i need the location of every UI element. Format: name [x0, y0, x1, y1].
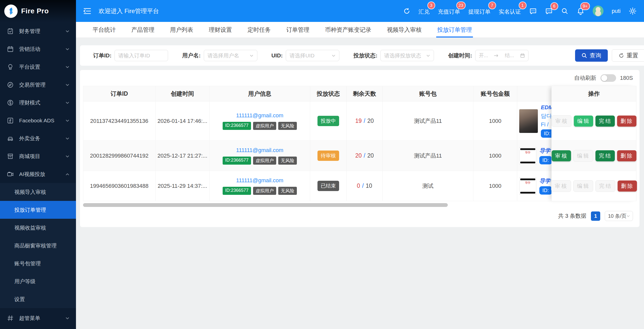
sidebar: Fire Pro 财务管理 营销活动 平台设置 交易所管理 理财模式 — [0, 0, 76, 329]
comment-icon[interactable] — [529, 7, 537, 15]
finish-button[interactable]: 完结 — [595, 150, 615, 161]
refresh-icon[interactable] — [403, 8, 410, 15]
amount-cell: 1000 — [473, 171, 517, 201]
virtual-user-tag: 虚拟用户 — [253, 157, 276, 165]
sidebar-item-marketing[interactable]: 营销活动 — [0, 40, 76, 58]
user-email-link[interactable]: 111111@gmail.com — [236, 147, 284, 154]
audit-button[interactable]: 审核 — [551, 180, 571, 192]
username-label: 用户名: — [182, 52, 200, 59]
amount-cell: 1000 — [473, 101, 517, 141]
audit-button[interactable]: 审核 — [552, 115, 572, 127]
filter-bar: 订单ID: 用户名: 请选择用户名 UID: 请选择UID — [80, 45, 644, 66]
exchange-badge: 3 — [428, 2, 435, 9]
auto-refresh-label: 自动刷新 — [574, 74, 596, 82]
sidebar-item-wealth[interactable]: 理财模式 — [0, 94, 76, 112]
tab-wealth-settings[interactable]: 理财设置 — [209, 22, 232, 38]
sidebar-item-mall[interactable]: 商城项目 — [0, 147, 76, 165]
uid-select[interactable]: 请选择UID — [286, 50, 339, 61]
gear-icon[interactable] — [629, 7, 636, 15]
video-id-pill: ID: — [539, 156, 552, 164]
order-id-input[interactable] — [118, 53, 164, 59]
logo-row: Fire Pro — [0, 0, 76, 22]
sidebar-item-account-package[interactable]: 账号包管理 — [0, 254, 76, 272]
kyc-link[interactable]: 实名认证 1 — [499, 7, 521, 16]
collapse-sidebar-icon[interactable] — [83, 7, 92, 15]
chevron-down-icon — [65, 65, 69, 69]
sidebar-item-settings[interactable]: 设置 — [0, 290, 76, 308]
orders-table: 订单ID 创建时间 用户信息 投放状态 剩余天数 账号包 账号包金额 20113… — [83, 86, 636, 201]
sidebar-item-video-import-review[interactable]: 视频导入审核 — [0, 183, 76, 201]
pagination: 共 3 条数据 1 10 条/页 — [83, 207, 636, 225]
user-email-link[interactable]: 111111@gmail.com — [236, 112, 284, 119]
tab-user-list[interactable]: 用户列表 — [170, 22, 193, 38]
search-icon[interactable] — [561, 7, 569, 15]
finish-button[interactable]: 完结 — [595, 116, 615, 127]
exchange-link[interactable]: 汇兑 3 — [419, 7, 430, 16]
video-thumbnail[interactable] — [519, 109, 538, 133]
delete-button[interactable]: 删除 — [618, 180, 637, 192]
deposit-orders-badge: 23 — [457, 2, 465, 9]
app-window: Fire Pro 财务管理 营销活动 平台设置 交易所管理 理财模式 — [0, 0, 644, 329]
video-title[interactable]: 导学 — [539, 177, 550, 185]
package-cell: 测试产品11 — [383, 101, 473, 141]
sidebar-item-showcase-review[interactable]: 商品橱窗审核管理 — [0, 237, 76, 254]
reset-button[interactable]: 重置 — [612, 49, 644, 62]
page-number-button[interactable]: 1 — [591, 211, 600, 221]
sidebar-item-finance[interactable]: 财务管理 — [0, 22, 76, 40]
remaining-days-cell: 19 / 20 — [347, 101, 383, 141]
actions-header: 操作 — [552, 86, 636, 101]
delete-button[interactable]: 删除 — [617, 116, 636, 127]
username-select[interactable]: 请选择用户名 — [204, 50, 257, 61]
sidebar-item-delivery[interactable]: 外卖业务 — [0, 129, 76, 147]
sidebar-item-ad-order-management[interactable]: 投放订单管理 — [0, 201, 76, 219]
deposit-orders-link[interactable]: 充值订单 23 — [438, 7, 460, 16]
chevron-down-icon — [65, 101, 69, 105]
withdraw-orders-link[interactable]: 提现订单 7 — [468, 7, 491, 16]
tab-ad-order-management[interactable]: 投放订单管理 — [437, 22, 472, 38]
sidebar-item-ai-video[interactable]: AI视频投放 — [0, 165, 76, 183]
user-id-tag: ID:2366577 — [223, 157, 251, 165]
orders-panel: 自动刷新 180S 订单ID 创建时间 用户信息 投放状态 剩余天数 账号包 账… — [80, 70, 639, 227]
tab-asset-change-records[interactable]: 币种资产账变记录 — [325, 22, 371, 38]
no-risk-tag: 无风险 — [278, 187, 297, 195]
search-button[interactable]: 查询 — [575, 49, 608, 62]
edit-button[interactable]: 编辑 — [573, 180, 593, 192]
sidebar-item-facebook-ads[interactable]: Facebook ADS — [0, 112, 76, 129]
reset-icon — [619, 53, 624, 58]
sidebar-item-user-level[interactable]: 用户等级 — [0, 272, 76, 290]
sidebar-item-super-admin[interactable]: 超管菜单 — [0, 309, 76, 327]
arrow-right-icon — [494, 54, 499, 57]
sidebar-item-platform-settings[interactable]: 平台设置 — [0, 58, 76, 76]
tab-product-management[interactable]: 产品管理 — [131, 22, 154, 38]
video-title[interactable]: 导学 — [539, 147, 550, 155]
page-size-select[interactable]: 10 条/页 — [605, 211, 633, 221]
sidebar-item-video-earnings-review[interactable]: 视频收益审核 — [0, 219, 76, 237]
video-thumbnail[interactable]: 导学 — [519, 147, 536, 164]
finish-button[interactable]: 完结 — [595, 180, 615, 192]
tab-order-management[interactable]: 订单管理 — [286, 22, 309, 38]
status-badge: 已结束 — [317, 181, 339, 191]
status-cell: 待审核 — [310, 141, 347, 171]
edit-button[interactable]: 编辑 — [574, 116, 593, 127]
video-thumbnail[interactable]: 导学 — [519, 177, 536, 195]
sidebar-item-exchange[interactable]: 交易所管理 — [0, 76, 76, 94]
page-title: 欢迎进入 Fire管理平台 — [99, 7, 159, 15]
status-select[interactable]: 请选择投放状态 — [380, 50, 434, 61]
audit-button[interactable]: 审核 — [552, 150, 571, 161]
tab-cron-tasks[interactable]: 定时任务 — [248, 22, 271, 38]
actions-cell: 审核 编辑 完结 删除 — [552, 171, 636, 201]
tab-platform-stats[interactable]: 平台统计 — [93, 22, 116, 38]
auto-refresh-toggle[interactable] — [600, 74, 616, 82]
date-range-picker[interactable]: 开... 结... — [475, 50, 529, 61]
bell-icon[interactable]: 9+ — [577, 7, 584, 15]
user-email-link[interactable]: 111111@gmail.com — [236, 177, 284, 184]
edit-button[interactable]: 编辑 — [573, 150, 593, 162]
delete-button[interactable]: 删除 — [617, 150, 636, 161]
package-cell: 测试 — [383, 171, 473, 201]
scrollbar-thumb[interactable] — [83, 203, 448, 207]
message-icon[interactable]: 6 — [545, 7, 553, 15]
user-avatar[interactable] — [593, 6, 603, 16]
video-camera-icon — [7, 171, 14, 177]
tab-video-import-review[interactable]: 视频导入审核 — [387, 22, 422, 38]
chevron-down-icon — [65, 47, 69, 51]
